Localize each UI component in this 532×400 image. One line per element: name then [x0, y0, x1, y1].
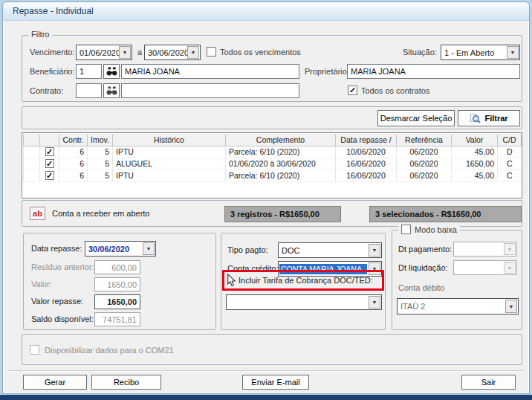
title-bar[interactable]: Repasse - Individual — [3, 2, 529, 21]
repasse-panel: Data repasse: 30/06/2020 ▼ Resíduo anter… — [23, 233, 216, 330]
dt-liquidacao-combo: ▼ — [453, 260, 517, 275]
chevron-down-icon[interactable]: ▼ — [119, 46, 131, 59]
beneficiario-search-button[interactable] — [103, 64, 120, 79]
cell-cd: C — [498, 170, 522, 181]
tarifa-combo[interactable]: ▼ — [226, 294, 382, 310]
table-row[interactable]: ✓ 6 5 IPTU Parcela: 6/10 (2020) 16/06/20… — [24, 170, 522, 181]
table-row[interactable]: ✓ 6 5 IPTU Parcela: 6/10 (2020) 10/06/20… — [24, 146, 522, 158]
data-repasse-combo[interactable]: 30/06/2020 ▼ — [85, 241, 156, 257]
todos-vencimentos-label: Todos os vencimentos — [220, 48, 301, 57]
row-checkbox[interactable]: ✓ — [45, 147, 54, 156]
valor-repasse-input[interactable]: 1650,00 — [94, 294, 140, 309]
chevron-down-icon[interactable]: ▼ — [369, 244, 380, 257]
saldo-label: Saldo disponível: — [31, 314, 94, 323]
residuo-label: Resíduo anterior: — [31, 262, 94, 271]
cell-complemento: Parcela: 6/10 (2020) — [226, 146, 336, 158]
cell-data-repasse: 16/06/2020 — [336, 170, 397, 181]
vencimento-label: Vencimento: — [30, 48, 75, 57]
header-historico[interactable]: Histórico — [113, 134, 226, 146]
action-band: Desmarcar Seleção Filtrar — [22, 106, 522, 129]
cell-valor: 45,00 — [452, 170, 498, 181]
beneficiario-name-input[interactable]: MARIA JOANA — [121, 64, 299, 79]
sair-button[interactable]: Sair — [461, 375, 516, 390]
todos-contratos-checkbox[interactable]: ✓ — [348, 86, 357, 95]
filtrar-button[interactable]: Filtrar — [458, 110, 520, 126]
chevron-down-icon: ▼ — [504, 243, 516, 255]
valor-repasse-value: 1650,00 — [107, 297, 137, 306]
com21-checkbox — [30, 345, 39, 355]
table-row[interactable]: ✓ 6 5 ALUGUEL 01/06/2020 à 30/06/2020 16… — [24, 158, 522, 170]
valor-value: 1650,00 — [107, 280, 137, 289]
conta-debito-value: ITAÚ 2 — [400, 302, 425, 311]
cell-contr: 6 — [59, 170, 88, 181]
chevron-down-icon[interactable]: ▼ — [187, 46, 199, 59]
header-selector[interactable] — [24, 134, 40, 146]
cell-imov: 5 — [88, 146, 113, 158]
header-data-repasse[interactable]: Data repasse / — [336, 134, 397, 146]
beneficiario-label: Beneficiário: — [30, 67, 75, 76]
cell-data-repasse: 16/06/2020 — [336, 158, 397, 170]
data-repasse-label: Data repasse: — [31, 244, 82, 253]
filtrar-label: Filtrar — [484, 114, 507, 123]
header-cd[interactable]: C/D — [498, 134, 522, 146]
row-checkbox[interactable]: ✓ — [45, 171, 54, 180]
app-window: Repasse - Individual Filtro Vencimento: … — [2, 1, 530, 394]
recibo-button[interactable]: Recibo — [91, 375, 161, 390]
chevron-down-icon[interactable]: ▼ — [505, 300, 517, 313]
proprietario-input[interactable]: MARIA JOANA — [347, 64, 520, 79]
registros-panel: 3 registros - R$1650,00 — [224, 206, 341, 222]
contrato-name-input[interactable] — [121, 83, 299, 98]
contrato-search-button[interactable] — [103, 83, 120, 98]
header-imov[interactable]: Imov. — [88, 134, 113, 146]
modo-baixa-checkbox[interactable] — [401, 225, 411, 234]
tarifa-label[interactable]: Incluir Tarifa de Cobrança DOC/TED: — [239, 276, 373, 285]
situacao-label: Situação: — [403, 48, 437, 57]
repasse-table: Contr. Imov. Histórico Complemento Data … — [22, 132, 522, 199]
mouse-cursor-icon — [226, 274, 237, 287]
header-complemento[interactable]: Complemento — [226, 134, 336, 146]
chevron-down-icon[interactable]: ▼ — [369, 296, 380, 309]
cell-data-repasse: 10/06/2020 — [336, 146, 397, 158]
desmarcar-selecao-button[interactable]: Desmarcar Seleção — [377, 110, 455, 126]
vencimento-to-combo[interactable]: 30/06/2020 ▼ — [144, 45, 201, 60]
payment-panel: Tipo pagto: DOC ▼ Conta crédito: CONTA M… — [221, 233, 386, 330]
valor-repasse-label: Valor repasse: — [31, 297, 83, 306]
vencimento-from-combo[interactable]: 01/06/2020 ▼ — [76, 45, 132, 60]
data-repasse-value: 30/06/2020 — [88, 245, 129, 254]
binoculars-icon — [106, 67, 117, 77]
cell-referencia: 06/2020 — [397, 170, 452, 181]
tipo-pagto-combo[interactable]: DOC ▼ — [278, 242, 382, 258]
row-checkbox[interactable]: ✓ — [45, 159, 54, 168]
cell-contr: 6 — [59, 146, 88, 158]
gerar-button[interactable]: Gerar — [23, 375, 87, 390]
header-valor[interactable]: Valor — [452, 134, 498, 146]
cell-complemento: 01/06/2020 à 30/06/2020 — [226, 158, 336, 170]
registros-value: 3 registros - R$1650,00 — [230, 210, 319, 219]
header-contr[interactable]: Contr. — [59, 134, 88, 146]
cell-imov: 5 — [88, 170, 113, 181]
conta-debito-label: Conta débito — [398, 283, 444, 292]
modo-baixa-label: Modo baixa — [415, 225, 457, 234]
beneficiario-code-input[interactable]: 1 — [76, 64, 102, 79]
contrato-code-input[interactable] — [76, 83, 102, 98]
header-check[interactable] — [40, 134, 59, 146]
todos-vencimentos-checkbox[interactable] — [207, 47, 216, 57]
cell-historico: IPTU — [113, 170, 226, 181]
conta-debito-combo[interactable]: ITAÚ 2 ▼ — [397, 298, 519, 314]
saldo-value: 74751,81 — [103, 315, 137, 324]
footer-separator — [7, 370, 525, 372]
modo-baixa-legend: Modo baixa — [398, 225, 460, 234]
cell-historico: ALUGUEL — [113, 158, 226, 170]
cell-valor: 45,00 — [452, 146, 498, 158]
proprietario-value: MARIA JOANA — [351, 67, 406, 76]
sort-indicator-icon: / — [389, 135, 392, 144]
beneficiario-code-value: 1 — [80, 67, 84, 76]
filter-group-label: Filtro — [28, 30, 52, 39]
valor-label: Valor: — [31, 280, 52, 288]
situacao-combo[interactable]: 1 - Em Aberto ▼ — [441, 45, 520, 60]
chevron-down-icon[interactable]: ▼ — [507, 46, 519, 59]
magnifier-icon — [470, 113, 481, 123]
enviar-email-button[interactable]: Enviar E-mail — [242, 375, 309, 390]
chevron-down-icon[interactable]: ▼ — [143, 242, 155, 255]
header-referencia[interactable]: Referência — [397, 134, 452, 146]
